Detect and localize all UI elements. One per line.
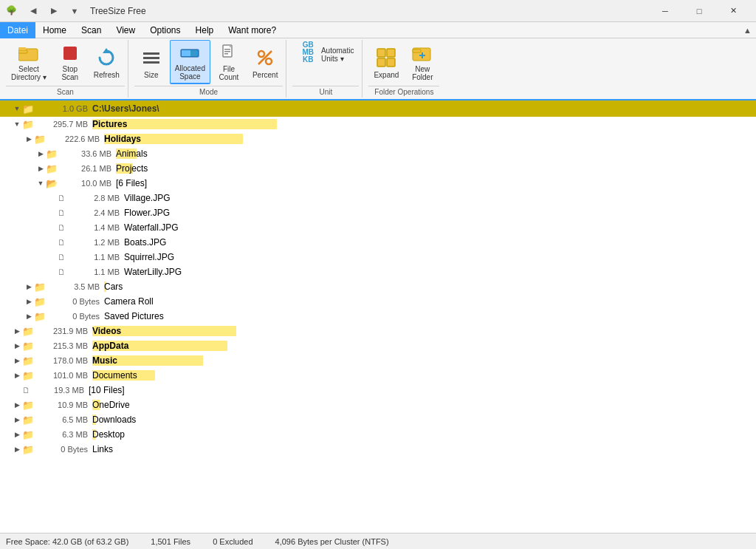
tree-row[interactable]: ▶📁0 BytesLinks: [0, 442, 756, 457]
row-name: Saved Pictures: [104, 311, 164, 321]
tree-row[interactable]: 🗋1.2 MBBoats.JPG: [0, 235, 756, 250]
tree-row[interactable]: 🗋19.3 MB[10 Files]: [0, 383, 756, 398]
tree-row[interactable]: 🗋2.4 MBFlower.JPG: [0, 205, 756, 220]
expand-btn[interactable]: ▶: [12, 370, 22, 381]
back-button[interactable]: ◀: [24, 3, 43, 19]
allocated-space-label: AllocatedSpace: [175, 64, 205, 81]
row-name: Village.JPG: [124, 193, 170, 203]
svg-rect-23: [413, 50, 421, 52]
row-name: Links: [92, 444, 113, 454]
expand-btn[interactable]: ▶: [35, 163, 46, 174]
tree-row[interactable]: ▼📂10.0 MB[6 Files]: [0, 176, 756, 191]
expand-btn[interactable]: ▶: [24, 296, 34, 307]
row-size: 101.0 MB: [36, 371, 88, 380]
app-icon: 🌳: [6, 5, 18, 17]
maximize-button[interactable]: □: [682, 0, 716, 22]
row-name: Music: [92, 355, 117, 366]
expand-btn[interactable]: ▼: [35, 178, 46, 188]
row-size: 0 Bytes: [48, 297, 100, 306]
menu-scan[interactable]: Scan: [74, 22, 109, 38]
close-button[interactable]: ✕: [716, 0, 750, 22]
menu-view[interactable]: View: [109, 22, 142, 38]
automatic-units-button[interactable]: GB MB KB AutomaticUnits ▾: [292, 40, 359, 69]
row-size: 19.3 MB: [32, 386, 84, 395]
size-label: Size: [144, 71, 158, 79]
folder-icon: 📁: [22, 400, 34, 411]
svg-rect-2: [18, 47, 26, 50]
expand-btn[interactable]: ▶: [24, 311, 34, 321]
tree-row[interactable]: 🗋2.8 MBVillage.JPG: [0, 191, 756, 205]
row-name: Desktop: [92, 429, 125, 440]
expand-btn[interactable]: ▶: [35, 149, 46, 159]
tree-row[interactable]: 🗋1.4 MBWaterfall.JPG: [0, 220, 756, 235]
ribbon-collapse-button[interactable]: ▲: [739, 24, 756, 36]
expand-btn[interactable]: ▶: [12, 444, 22, 454]
excluded-status: 0 Excluded: [213, 537, 252, 546]
expand-btn[interactable]: ▶: [24, 134, 34, 144]
row-name: Downloads: [92, 415, 136, 425]
history-dropdown-button[interactable]: ▼: [65, 3, 84, 19]
tree-row[interactable]: ▶📁6.3 MBDesktop: [0, 427, 756, 442]
folder-icon: 📁: [22, 429, 34, 440]
size-button[interactable]: Size: [134, 40, 168, 84]
row-size: 0 Bytes: [48, 312, 100, 321]
tree-row[interactable]: ▶📁33.6 MBAnimals: [0, 146, 756, 161]
tree-row[interactable]: ▼📁295.7 MBPictures: [0, 117, 756, 132]
tree-row[interactable]: ▶📁0 BytesCamera Roll: [0, 294, 756, 309]
tree-row[interactable]: ▶📁3.5 MBCars: [0, 279, 756, 294]
percent-button[interactable]: Percent: [247, 40, 283, 84]
expand-btn[interactable]: ▶: [12, 415, 22, 425]
expand-btn[interactable]: ▶: [12, 429, 22, 440]
folder-ops-group-label: Folder Operations: [368, 86, 439, 98]
tree-row[interactable]: 🗋1.1 MBSquirrel.JPG: [0, 250, 756, 265]
expand-btn[interactable]: ▶: [24, 282, 34, 292]
row-name: Pictures: [92, 119, 127, 129]
refresh-button[interactable]: Refresh: [89, 40, 125, 84]
select-directory-label: SelectDirectory ▾: [11, 65, 47, 81]
menu-home[interactable]: Home: [35, 22, 74, 38]
menu-datei[interactable]: Datei: [0, 22, 35, 38]
select-directory-button[interactable]: SelectDirectory ▾: [6, 40, 52, 84]
expand-btn[interactable]: ▼: [12, 119, 22, 129]
allocated-space-button[interactable]: AllocatedSpace: [170, 40, 210, 84]
tree-row[interactable]: ▶📁215.3 MBAppData: [0, 338, 756, 353]
expand-btn[interactable]: ▶: [12, 400, 22, 410]
minimize-button[interactable]: ─: [648, 0, 682, 22]
root-expand-btn[interactable]: ▼: [12, 103, 22, 114]
file-count-button[interactable]: FileCount: [212, 40, 246, 84]
row-name: Cars: [104, 282, 123, 292]
menu-help[interactable]: Help: [188, 22, 221, 38]
root-row[interactable]: ▼ 📁 1.0 GB C:\Users\Jones\: [0, 100, 756, 117]
row-size: 6.5 MB: [36, 415, 88, 424]
tree-row[interactable]: 🗋1.1 MBWaterLilly.JPG: [0, 265, 756, 279]
menu-wantmore[interactable]: Want more?: [221, 22, 284, 38]
tree-row[interactable]: ▶📁231.9 MBVideos: [0, 324, 756, 338]
tree-row[interactable]: ▶📁0 BytesSaved Pictures: [0, 309, 756, 324]
expand-btn[interactable]: ▶: [12, 341, 22, 351]
forward-button[interactable]: ▶: [44, 3, 63, 19]
tree-row[interactable]: ▶📁26.1 MBProjects: [0, 161, 756, 176]
row-size: 10.9 MB: [36, 400, 88, 409]
expand-btn[interactable]: ▶: [12, 355, 22, 366]
tree-row[interactable]: ▶📁101.0 MBDocuments: [0, 368, 756, 383]
file-icon: 🗋: [22, 386, 30, 395]
row-size: 215.3 MB: [36, 341, 88, 350]
allocated-space-icon: [178, 43, 202, 63]
expand-btn[interactable]: ▶: [12, 326, 22, 336]
new-folder-button[interactable]: NewFolder: [405, 40, 439, 84]
tree-row[interactable]: ▶📁6.5 MBDownloads: [0, 412, 756, 427]
tree-area: ▼ 📁 1.0 GB C:\Users\Jones\ ▼📁295.7 MBPic…: [0, 100, 756, 533]
percent-icon: [253, 46, 277, 69]
tree-row[interactable]: ▶📁10.9 MBOneDrive: [0, 398, 756, 412]
stop-scan-button[interactable]: StopScan: [53, 40, 87, 84]
tree-row[interactable]: ▶📁178.0 MBMusic: [0, 353, 756, 368]
menu-options[interactable]: Options: [142, 22, 188, 38]
row-size: 2.4 MB: [68, 208, 120, 217]
statusbar: Free Space: 42.0 GB (of 63.2 GB) 1,501 F…: [0, 533, 756, 549]
window-title: TreeSize Free: [90, 6, 648, 16]
row-name: Camera Roll: [104, 296, 154, 307]
new-folder-icon: [410, 43, 434, 64]
expand-button[interactable]: Expand: [368, 40, 404, 84]
svg-rect-9: [182, 50, 190, 56]
tree-row[interactable]: ▶📁222.6 MBHolidays: [0, 132, 756, 146]
